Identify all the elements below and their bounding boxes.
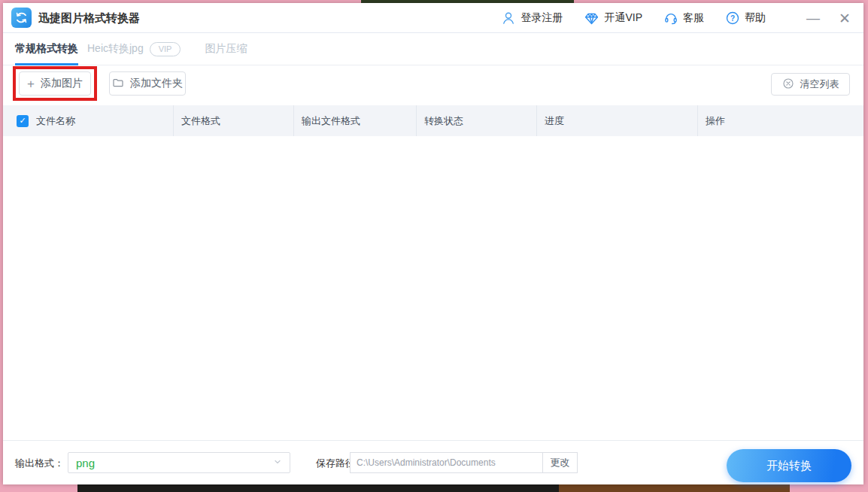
add-image-label: 添加图片 bbox=[41, 77, 83, 90]
column-label: 转换状态 bbox=[424, 114, 463, 128]
output-format-dropdown[interactable]: png bbox=[68, 452, 290, 473]
open-vip-button[interactable]: 开通VIP bbox=[584, 11, 642, 26]
clear-list-label: 清空列表 bbox=[800, 77, 839, 91]
tab-label: 常规格式转换 bbox=[15, 42, 78, 56]
vip-badge: VIP bbox=[150, 42, 181, 56]
column-file-format: 文件格式 bbox=[173, 105, 293, 136]
add-folder-label: 添加文件夹 bbox=[130, 77, 183, 90]
column-label: 文件格式 bbox=[181, 114, 220, 128]
plus-icon: + bbox=[27, 77, 35, 90]
minimize-button[interactable]: — bbox=[802, 3, 824, 33]
vip-diamond-icon bbox=[584, 11, 599, 26]
output-format-value: png bbox=[76, 457, 273, 469]
file-table-header: ✓ 文件名称 文件格式 输出文件格式 转换状态 进度 操作 bbox=[3, 105, 863, 136]
file-list-empty-area bbox=[3, 136, 863, 440]
column-file-name: ✓ 文件名称 bbox=[3, 105, 173, 136]
chevron-down-icon bbox=[273, 457, 282, 469]
footer-bar: 输出格式： png 保存路径： 更改 开始转换 bbox=[3, 440, 863, 484]
clear-list-button[interactable]: 清空列表 bbox=[771, 73, 850, 96]
open-vip-label: 开通VIP bbox=[604, 11, 642, 25]
change-path-button[interactable]: 更改 bbox=[542, 452, 578, 473]
help-question-icon: ? bbox=[725, 11, 740, 26]
close-button[interactable]: ✕ bbox=[833, 3, 856, 33]
user-icon bbox=[501, 11, 516, 26]
tab-label: Heic转换jpg bbox=[87, 42, 144, 56]
column-output-format: 输出文件格式 bbox=[293, 105, 416, 136]
login-register-button[interactable]: 登录注册 bbox=[501, 11, 563, 26]
customer-service-label: 客服 bbox=[683, 11, 704, 25]
app-logo-sync-icon bbox=[11, 8, 32, 28]
clear-circle-x-icon bbox=[782, 77, 794, 92]
title-bar: 迅捷图片格式转换器 登录注册 开通VIP bbox=[3, 3, 863, 33]
tab-bar: 常规格式转换 Heic转换jpg VIP 图片压缩 bbox=[3, 33, 863, 65]
login-register-label: 登录注册 bbox=[520, 11, 563, 25]
start-convert-button[interactable]: 开始转换 bbox=[727, 449, 851, 482]
desktop-background-bottom-brown bbox=[559, 484, 790, 492]
tab-heic-to-jpg[interactable]: Heic转换jpg VIP bbox=[87, 33, 181, 65]
column-label: 文件名称 bbox=[36, 114, 75, 128]
headset-icon bbox=[663, 11, 678, 26]
add-folder-button[interactable]: 添加文件夹 bbox=[109, 71, 186, 96]
customer-service-button[interactable]: 客服 bbox=[663, 11, 704, 26]
column-convert-status: 转换状态 bbox=[416, 105, 536, 136]
column-label: 输出文件格式 bbox=[302, 114, 360, 128]
column-progress: 进度 bbox=[536, 105, 697, 136]
tab-normal-format-convert[interactable]: 常规格式转换 bbox=[15, 33, 78, 65]
folder-icon bbox=[112, 77, 124, 91]
select-all-checkbox[interactable]: ✓ bbox=[17, 115, 29, 127]
titlebar-menu: 登录注册 开通VIP bbox=[501, 3, 766, 33]
svg-text:?: ? bbox=[730, 14, 735, 23]
app-window: 迅捷图片格式转换器 登录注册 开通VIP bbox=[3, 3, 863, 484]
help-label: 帮助 bbox=[745, 11, 766, 25]
column-actions: 操作 bbox=[697, 105, 863, 136]
toolbar: + 添加图片 添加文件夹 清空列表 bbox=[3, 65, 863, 105]
help-button[interactable]: ? 帮助 bbox=[725, 11, 766, 26]
column-label: 进度 bbox=[545, 114, 564, 128]
output-format-label: 输出格式： bbox=[15, 441, 64, 485]
column-label: 操作 bbox=[706, 114, 725, 128]
app-title: 迅捷图片格式转换器 bbox=[38, 3, 140, 33]
desktop-background-bottom-dark bbox=[77, 484, 559, 492]
save-path-input[interactable] bbox=[350, 452, 543, 473]
tab-image-compress[interactable]: 图片压缩 bbox=[205, 33, 247, 65]
add-image-button[interactable]: + 添加图片 bbox=[19, 71, 91, 96]
tab-label: 图片压缩 bbox=[205, 42, 247, 56]
